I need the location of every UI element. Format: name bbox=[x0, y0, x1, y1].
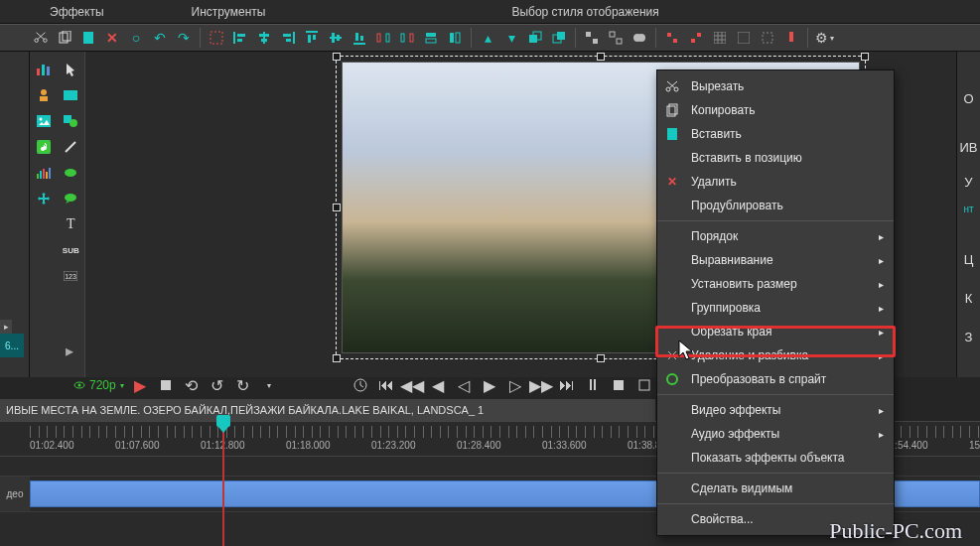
stop-button[interactable] bbox=[156, 375, 176, 395]
playhead[interactable] bbox=[222, 421, 224, 546]
ctx-cut[interactable]: Вырезать bbox=[657, 74, 894, 98]
ctx-copy[interactable]: Копировать bbox=[657, 98, 894, 122]
right-label-2: ИВ bbox=[960, 140, 978, 155]
select-all-icon[interactable] bbox=[206, 27, 227, 49]
distribute-v-icon[interactable] bbox=[396, 27, 418, 49]
ctx-split[interactable]: Удаление и разбивка▸ bbox=[657, 343, 894, 367]
svg-rect-24 bbox=[401, 34, 404, 42]
redo-icon[interactable]: ↷ bbox=[173, 27, 195, 49]
rect-tool-icon[interactable] bbox=[61, 85, 80, 105]
ctx-audio-fx[interactable]: Аудио эффекты▸ bbox=[657, 422, 894, 446]
subtitle-tool-icon[interactable]: SUB bbox=[61, 240, 80, 260]
image-icon[interactable] bbox=[34, 111, 54, 131]
ctx-crop[interactable]: Обрезать края▸ bbox=[657, 320, 894, 343]
skip-end-icon[interactable]: ⏭ bbox=[557, 375, 577, 395]
expand-panel-icon[interactable]: ▸ bbox=[0, 320, 12, 334]
menu-effects[interactable]: Эффекты bbox=[36, 5, 118, 19]
cut-icon[interactable] bbox=[30, 27, 52, 49]
marker-icon[interactable] bbox=[780, 27, 802, 49]
svg-rect-80 bbox=[667, 128, 677, 140]
prev-frame-icon[interactable]: ◀◀ bbox=[402, 375, 422, 395]
same-width-icon[interactable] bbox=[420, 27, 442, 49]
ctx-properties[interactable]: Свойства... bbox=[657, 507, 894, 531]
chart-icon[interactable] bbox=[34, 60, 54, 79]
ctx-set-size[interactable]: Установить размер▸ bbox=[657, 272, 894, 296]
svg-rect-37 bbox=[617, 39, 622, 44]
ctx-make-visible[interactable]: Сделать видимым bbox=[657, 477, 894, 500]
line-tool-icon[interactable] bbox=[61, 137, 80, 157]
svg-rect-30 bbox=[529, 35, 537, 43]
crop-icon[interactable] bbox=[757, 27, 778, 49]
prev-icon[interactable]: ◀ bbox=[428, 375, 448, 395]
distribute-h-icon[interactable] bbox=[372, 27, 394, 49]
arrow-up-icon[interactable]: ▴ bbox=[477, 27, 498, 49]
ungroup-icon[interactable] bbox=[605, 27, 627, 49]
ctx-video-fx[interactable]: Видео эффекты▸ bbox=[657, 398, 894, 422]
loop-button[interactable]: ⟲ bbox=[182, 375, 202, 395]
step-fwd-icon[interactable]: ▷ bbox=[505, 375, 525, 395]
play-icon[interactable]: ▶ bbox=[480, 375, 499, 395]
copy-icon[interactable] bbox=[54, 27, 75, 49]
timeline-play-handle-icon[interactable]: ▸ bbox=[56, 341, 83, 359]
ctx-delete[interactable]: ✕ Удалить bbox=[657, 170, 894, 194]
settings-icon[interactable]: ⚙▾ bbox=[813, 27, 835, 49]
svg-point-67 bbox=[70, 119, 77, 127]
paste-icon[interactable] bbox=[77, 27, 99, 49]
snap-1-icon[interactable] bbox=[661, 27, 683, 49]
ctx-order[interactable]: Порядок▸ bbox=[657, 224, 894, 248]
ctx-paste[interactable]: Вставить bbox=[657, 122, 894, 146]
pause-icon[interactable]: ⏸ bbox=[583, 375, 603, 395]
ctx-duplicate[interactable]: Продублировать bbox=[657, 194, 894, 217]
step-back-icon[interactable]: ◁ bbox=[454, 375, 474, 395]
counter-tool-icon[interactable]: 123 bbox=[61, 266, 80, 286]
svg-rect-26 bbox=[426, 33, 436, 37]
bars-icon[interactable] bbox=[34, 163, 54, 183]
more-playback-button[interactable]: ▾ bbox=[259, 375, 279, 395]
scissors-icon bbox=[663, 77, 681, 95]
person-icon[interactable] bbox=[34, 85, 54, 105]
snap-2-icon[interactable] bbox=[685, 27, 707, 49]
grid-2-icon[interactable] bbox=[733, 27, 755, 49]
delete-icon[interactable]: ✕ bbox=[101, 27, 123, 49]
align-right-icon[interactable] bbox=[277, 27, 299, 49]
speech-tool-icon[interactable] bbox=[61, 189, 80, 208]
pointer-icon[interactable] bbox=[61, 60, 80, 79]
zoom-fit-icon[interactable] bbox=[634, 375, 654, 395]
arrow-down-icon[interactable]: ▾ bbox=[500, 27, 522, 49]
svg-rect-16 bbox=[330, 37, 342, 39]
send-back-icon[interactable] bbox=[548, 27, 570, 49]
forward-button[interactable]: ↻ bbox=[233, 375, 253, 395]
ctx-align[interactable]: Выравнивание▸ bbox=[657, 248, 894, 272]
ctx-to-sprite[interactable]: Преобразовать в спрайт bbox=[657, 367, 894, 391]
ctx-group[interactable]: Группировка▸ bbox=[657, 296, 894, 320]
undo-icon[interactable]: ↶ bbox=[149, 27, 171, 49]
ctx-paste-pos[interactable]: Вставить в позицию bbox=[657, 146, 894, 170]
group-icon[interactable] bbox=[581, 27, 603, 49]
merge-icon[interactable] bbox=[629, 27, 650, 49]
align-bottom-icon[interactable] bbox=[349, 27, 370, 49]
next-icon[interactable]: ▶▶ bbox=[531, 375, 551, 395]
confirm-icon[interactable]: ○ bbox=[125, 27, 147, 49]
record-button[interactable]: ▶ bbox=[130, 375, 150, 395]
grid-icon[interactable] bbox=[709, 27, 731, 49]
align-top-icon[interactable] bbox=[301, 27, 323, 49]
skip-start-icon[interactable]: ⏮ bbox=[376, 375, 396, 395]
menu-display-style[interactable]: Выбор стиля отображения bbox=[497, 5, 672, 19]
rewind-button[interactable]: ↺ bbox=[208, 375, 227, 395]
shape-tool-icon[interactable] bbox=[61, 111, 80, 131]
align-middle-icon[interactable] bbox=[325, 27, 347, 49]
same-height-icon[interactable] bbox=[444, 27, 466, 49]
align-center-h-icon[interactable] bbox=[253, 27, 275, 49]
move-icon[interactable] bbox=[34, 189, 54, 208]
menu-instruments[interactable]: Инструменты bbox=[178, 5, 280, 19]
resolution-selector[interactable]: 720p ▾ bbox=[73, 378, 124, 392]
align-left-icon[interactable] bbox=[229, 27, 251, 49]
stop-2-icon[interactable]: ⏹ bbox=[609, 375, 629, 395]
text-tool-icon[interactable]: T bbox=[61, 214, 80, 234]
ctx-show-fx[interactable]: Показать эффекты объекта bbox=[657, 446, 894, 470]
ellipse-tool-icon[interactable] bbox=[61, 163, 80, 183]
svg-rect-61 bbox=[40, 171, 42, 179]
clock-icon[interactable] bbox=[350, 375, 370, 395]
bring-front-icon[interactable] bbox=[524, 27, 546, 49]
audio-icon[interactable] bbox=[34, 137, 54, 157]
